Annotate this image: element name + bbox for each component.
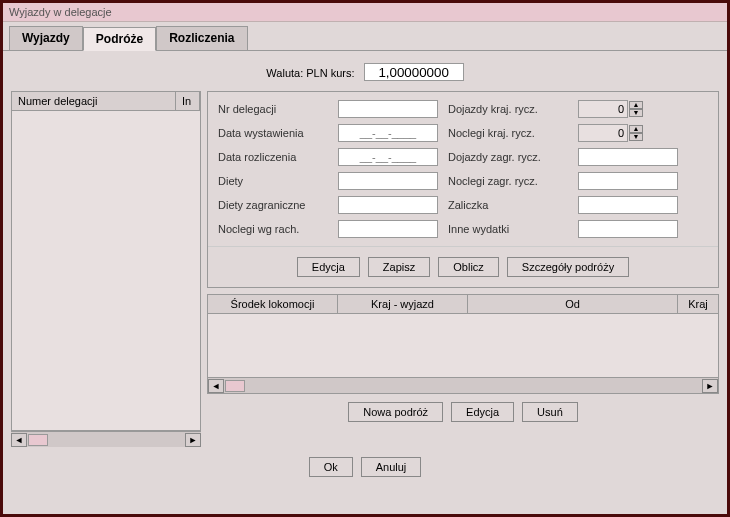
currency-row: Waluta: PLN kurs: (11, 63, 719, 81)
lbl-diety-zagr: Diety zagraniczne (218, 199, 328, 211)
lbl-noclegi-zagr: Noclegi zagr. rycz. (448, 175, 568, 187)
travel-grid: Środek lokomocji Kraj - wyjazd Od Kraj ◄… (207, 294, 719, 394)
input-data-rozl[interactable] (338, 148, 438, 166)
currency-label: Waluta: PLN kurs: (266, 67, 354, 79)
input-data-wyst[interactable] (338, 124, 438, 142)
delegation-list-body[interactable] (12, 111, 200, 430)
lbl-diety: Diety (218, 175, 328, 187)
input-zaliczka[interactable] (578, 196, 678, 214)
col-numer-delegacji[interactable]: Numer delegacji (12, 92, 176, 110)
lbl-dojazdy-kraj: Dojazdy kraj. rycz. (448, 103, 568, 115)
lbl-dojazdy-zagr: Dojazdy zagr. rycz. (448, 151, 568, 163)
spin-down-icon[interactable]: ▼ (629, 133, 643, 141)
lbl-zaliczka: Zaliczka (448, 199, 568, 211)
scroll-left-icon[interactable]: ◄ (208, 379, 224, 393)
travel-grid-body[interactable] (208, 314, 718, 377)
currency-input[interactable] (364, 63, 464, 81)
lbl-inne: Inne wydatki (448, 223, 568, 235)
save-button[interactable]: Zapisz (368, 257, 430, 277)
col-srodek[interactable]: Środek lokomocji (208, 295, 338, 313)
lbl-data-wyst: Data wystawienia (218, 127, 328, 139)
edit-button[interactable]: Edycja (297, 257, 360, 277)
delegation-list: Numer delegacji In (11, 91, 201, 431)
tab-podroze[interactable]: Podróże (83, 27, 156, 51)
tab-rozliczenia[interactable]: Rozliczenia (156, 26, 247, 50)
lbl-noclegi-rach: Noclegi wg rach. (218, 223, 328, 235)
input-noclegi-kraj[interactable] (578, 124, 628, 142)
lbl-nr-delegacji: Nr delegacji (218, 103, 328, 115)
tab-wyjazdy[interactable]: Wyjazdy (9, 26, 83, 50)
spin-up-icon[interactable]: ▲ (629, 125, 643, 133)
lbl-noclegi-kraj: Noclegi kraj. rycz. (448, 127, 568, 139)
tabs: Wyjazdy Podróże Rozliczenia (3, 22, 727, 51)
scroll-right-icon[interactable]: ► (185, 433, 201, 447)
scroll-left-icon[interactable]: ◄ (11, 433, 27, 447)
input-noclegi-rach[interactable] (338, 220, 438, 238)
lbl-data-rozl: Data rozliczenia (218, 151, 328, 163)
window-title: Wyjazdy w delegacje (3, 3, 727, 22)
scroll-thumb[interactable] (225, 380, 245, 392)
input-diety-zagr[interactable] (338, 196, 438, 214)
travel-hscroll[interactable]: ◄ ► (208, 377, 718, 393)
cancel-button[interactable]: Anuluj (361, 457, 422, 477)
col-kraj-wyjazd[interactable]: Kraj - wyjazd (338, 295, 468, 313)
ok-button[interactable]: Ok (309, 457, 353, 477)
col-in[interactable]: In (176, 92, 200, 110)
spin-down-icon[interactable]: ▼ (629, 109, 643, 117)
input-diety[interactable] (338, 172, 438, 190)
input-dojazdy-kraj[interactable] (578, 100, 628, 118)
details-button[interactable]: Szczegóły podróży (507, 257, 629, 277)
left-hscroll[interactable]: ◄ ► (11, 431, 201, 447)
col-kraj[interactable]: Kraj (678, 295, 718, 313)
input-inne[interactable] (578, 220, 678, 238)
input-noclegi-zagr[interactable] (578, 172, 678, 190)
scroll-thumb[interactable] (28, 434, 48, 446)
scroll-right-icon[interactable]: ► (702, 379, 718, 393)
input-dojazdy-zagr[interactable] (578, 148, 678, 166)
col-od[interactable]: Od (468, 295, 678, 313)
edit-travel-button[interactable]: Edycja (451, 402, 514, 422)
delegations-window: Wyjazdy w delegacje Wyjazdy Podróże Rozl… (3, 3, 727, 514)
delete-button[interactable]: Usuń (522, 402, 578, 422)
new-travel-button[interactable]: Nowa podróż (348, 402, 443, 422)
calc-button[interactable]: Oblicz (438, 257, 499, 277)
input-nr-delegacji[interactable] (338, 100, 438, 118)
form-panel: Nr delegacji Dojazdy kraj. rycz. ▲▼ Data… (207, 91, 719, 288)
spin-up-icon[interactable]: ▲ (629, 101, 643, 109)
